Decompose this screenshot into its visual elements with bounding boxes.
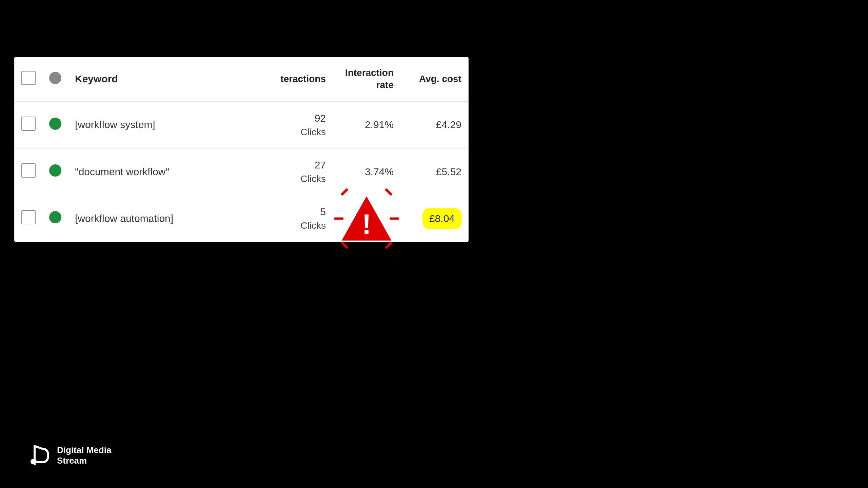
row3-interactions-count: 5 xyxy=(280,205,326,219)
row1-avg-cost-value: £4.29 xyxy=(436,119,461,130)
row2-status-cell xyxy=(42,148,68,195)
row2-keyword-cell: "document workflow" xyxy=(68,148,274,195)
row3-checkbox[interactable] xyxy=(21,210,36,224)
row3-keyword-text: [workflow automation] xyxy=(75,213,173,224)
row1-interactions-label: Clicks xyxy=(280,125,326,139)
row3-avg-cost-cell: £8.04 xyxy=(400,195,468,242)
row1-interaction-rate-value: 2.91% xyxy=(365,119,394,130)
row1-interactions-count: 92 xyxy=(280,111,326,125)
warning-triangle-icon: ! xyxy=(339,193,394,244)
svg-text:!: ! xyxy=(362,208,371,240)
row3-avg-cost-value: £8.04 xyxy=(429,213,455,224)
logo-area: Digital Media Stream xyxy=(27,443,111,468)
logo-text: Digital Media Stream xyxy=(57,445,111,466)
row1-interactions-cell: 92 Clicks xyxy=(274,101,333,148)
table-row: [workflow automation] 5 Clicks xyxy=(15,195,468,242)
row1-interaction-rate-cell: 2.91% xyxy=(333,101,400,148)
header-keyword-col: Keyword xyxy=(68,57,274,101)
yellow-highlight-box: £8.04 xyxy=(422,208,461,229)
row2-checkbox-cell xyxy=(15,148,42,195)
row2-checkbox[interactable] xyxy=(21,163,36,178)
row1-checkbox[interactable] xyxy=(21,117,36,131)
row2-avg-cost-cell: £5.52 xyxy=(400,148,468,195)
header-avg-cost-col: Avg. cost xyxy=(400,57,468,101)
row3-status-dot xyxy=(49,211,61,223)
keyword-header-label: Keyword xyxy=(75,73,118,84)
row2-avg-cost-value: £5.52 xyxy=(436,166,461,177)
warning-icon-container: ! xyxy=(333,185,400,252)
row3-checkbox-cell xyxy=(15,195,42,242)
interaction-rate-header-label: Interaction rate xyxy=(345,67,394,90)
logo-icon xyxy=(27,443,52,468)
header-status-dot xyxy=(49,72,61,84)
interactions-header-label: teractions xyxy=(280,74,326,84)
row1-keyword-text: [workflow system] xyxy=(75,119,155,130)
row3-status-cell xyxy=(42,195,68,242)
row1-status-cell xyxy=(42,101,68,148)
logo-line1: Digital Media xyxy=(57,445,111,455)
header-status-col xyxy=(42,57,68,101)
row2-keyword-text: "document workflow" xyxy=(75,166,169,177)
row3-interactions-cell: 5 Clicks xyxy=(274,195,333,242)
row3-interactions-label: Clicks xyxy=(280,219,326,232)
row3-keyword-cell: [workflow automation] xyxy=(68,195,274,242)
row2-status-dot xyxy=(49,164,61,177)
screen: Keyword teractions Interaction rate Avg.… xyxy=(0,0,868,488)
row3-interaction-rate-cell: ! 1 xyxy=(333,195,400,242)
header-interaction-rate-col: Interaction rate xyxy=(333,57,400,101)
avg-cost-header-label: Avg. cost xyxy=(419,74,461,84)
header-interactions-col: teractions xyxy=(274,57,333,101)
table-header-row: Keyword teractions Interaction rate Avg.… xyxy=(15,57,468,101)
header-checkbox[interactable] xyxy=(21,71,36,85)
header-checkbox-col xyxy=(15,57,42,101)
table-row: [workflow system] 92 Clicks 2.91% £4.29 xyxy=(15,101,468,148)
row2-interactions-cell: 27 Clicks xyxy=(274,148,333,195)
logo-line2: Stream xyxy=(57,455,111,466)
row2-interactions-count: 27 xyxy=(280,158,326,172)
keywords-table: Keyword teractions Interaction rate Avg.… xyxy=(15,57,468,242)
row1-avg-cost-cell: £4.29 xyxy=(400,101,468,148)
row1-status-dot xyxy=(49,118,61,130)
row1-keyword-cell: [workflow system] xyxy=(68,101,274,148)
row1-checkbox-cell xyxy=(15,101,42,148)
row2-interaction-rate-value: 3.74% xyxy=(365,166,394,177)
row2-interactions-label: Clicks xyxy=(280,172,326,185)
